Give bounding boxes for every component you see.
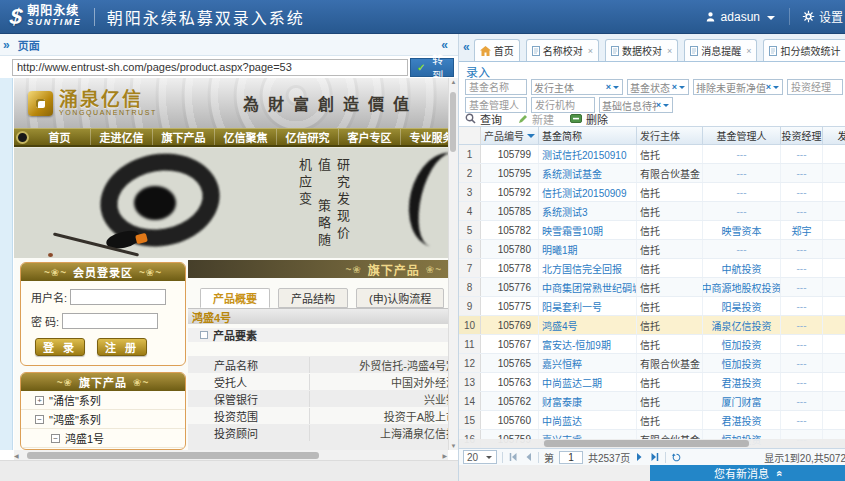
site-nav-item[interactable]: 专业服务 (401, 129, 448, 145)
grid-scroll-thumb[interactable] (544, 440, 749, 447)
table-row[interactable]: 4105785系统测试3信托------中融 (459, 202, 845, 221)
notification-bar[interactable]: 您有新消息 « (650, 465, 845, 481)
detail-tab[interactable]: 产品结构 (278, 288, 348, 308)
link-value[interactable]: 涌泉亿信投资 (712, 318, 772, 333)
table-row[interactable]: 1105799测试信托20150910信托--------- (459, 145, 845, 164)
site-nav-item[interactable]: 亿信研究 (277, 129, 339, 145)
grid-header-产品编号[interactable]: 产品编号 (481, 127, 539, 144)
tree-item[interactable]: −"鸿盛"系列 (21, 410, 185, 429)
username-field[interactable] (70, 289, 166, 305)
next-page-button[interactable] (635, 452, 645, 462)
grid-header-基金简称[interactable]: 基金简称 (539, 127, 637, 144)
filter-combo-基础信息待补[interactable]: 基础信息待补× (599, 97, 673, 113)
link-value[interactable]: 郑宇 (792, 223, 812, 238)
fund-name-link[interactable]: 明曦1期 (542, 242, 578, 257)
login-button[interactable]: 登 录 (35, 338, 85, 356)
refresh-grid-icon[interactable] (671, 452, 682, 463)
detail-tab[interactable]: (申)认购流程 (356, 288, 444, 308)
page-size-select[interactable]: 20 (463, 450, 497, 464)
horizontal-scroll-thumb[interactable] (27, 452, 319, 459)
first-page-button[interactable] (508, 452, 518, 462)
fund-name-link[interactable]: 嘉兴恒粹 (542, 356, 582, 371)
fund-name-link[interactable]: 中尚蓝达 (542, 413, 582, 428)
table-row[interactable]: 3105792信托测试20150909信托--------- (459, 183, 845, 202)
table-row[interactable]: 10105769鸿盛4号信托涌泉亿信投资---外贸 (459, 316, 845, 335)
clear-icon[interactable]: × (672, 82, 677, 92)
close-icon[interactable]: × (667, 46, 672, 56)
expand-icon[interactable]: + (35, 396, 44, 405)
查询-button[interactable]: 查询 (465, 111, 502, 127)
clear-icon[interactable]: × (606, 82, 611, 92)
table-row[interactable]: 13105763中尚蓝达二期信托君湛投资---渤海 (459, 373, 845, 392)
close-icon[interactable]: × (746, 46, 751, 56)
fund-name-link[interactable]: 系统测试3 (542, 204, 588, 219)
table-row[interactable]: 6105780明曦1期信托------山东 (459, 240, 845, 259)
site-nav-item[interactable]: 旗下产品 (153, 129, 215, 145)
table-row[interactable]: 9105775阳昊套利一号信托阳昊投资---北方 (459, 297, 845, 316)
table-row[interactable]: 7105778北方国信完全回报信托中航投资---北方 (459, 259, 845, 278)
webpage-horizontal-scrollbar[interactable]: ◀▶ (14, 450, 448, 460)
detail-tab[interactable]: 产品概要 (200, 288, 270, 308)
table-row[interactable]: 2105795系统测试基金有限合伙基金------瑞融 (459, 164, 845, 183)
go-button[interactable]: ✓转到 (410, 58, 454, 77)
filter-combo-排除未更新净值基金[interactable]: 排除未更新净值基金× (693, 79, 783, 95)
link-value[interactable]: 中航投资 (722, 261, 762, 276)
新建-button[interactable]: 新建 (518, 111, 554, 127)
filter-input-基金名称[interactable] (465, 79, 527, 95)
table-row[interactable]: 11105767富安达-恒加9期信托恒加投资---富安 (459, 335, 845, 354)
scroll-right-icon[interactable]: ▶ (442, 452, 447, 459)
url-input[interactable] (12, 59, 408, 76)
collapse-panel-icon[interactable]: « (441, 38, 448, 52)
vertical-scroll-thumb[interactable] (450, 92, 456, 152)
settings-button[interactable]: 设置 (789, 8, 845, 25)
last-page-button[interactable] (650, 452, 660, 462)
fund-name-link[interactable]: 中尚蓝达二期 (542, 375, 602, 390)
filter-input-投资经理[interactable] (787, 79, 843, 95)
link-value[interactable]: 中商源地股权投资 (703, 280, 781, 295)
table-row[interactable]: 5105782映雪霜雪10期信托映雪资本郑宇山东 (459, 221, 845, 240)
table-row[interactable]: 12105765嘉兴恒粹有限合伙基金恒加投资---恒加 (459, 354, 845, 373)
close-icon[interactable]: × (588, 46, 593, 56)
collapse-icon[interactable]: − (35, 415, 44, 424)
link-value[interactable]: 恒加投资 (722, 356, 762, 371)
link-value[interactable]: 恒加投资 (722, 337, 762, 352)
collapse-tabs-icon[interactable]: « (463, 40, 470, 54)
site-nav-item[interactable]: 走进亿信 (91, 129, 153, 145)
scroll-up-icon[interactable]: ▲ (451, 79, 457, 85)
fund-name-link[interactable]: 富安达-恒加9期 (542, 337, 611, 352)
link-value[interactable]: 阳昊投资 (722, 299, 762, 314)
tab-数据校对[interactable]: 数据校对× (605, 39, 678, 61)
fund-name-link[interactable]: 北方国信完全回报 (542, 261, 622, 276)
table-row[interactable]: 8105776中商集团常熟世纪碉城信托中商源地股权投资---爱建 (459, 278, 845, 297)
filter-combo-发行主体[interactable]: 发行主体× (531, 79, 623, 95)
collapse-icon[interactable]: − (51, 434, 60, 443)
tab-名称校对[interactable]: 名称校对× (526, 39, 599, 61)
checkbox-icon[interactable] (200, 331, 208, 339)
grid-header-投资经理[interactable]: 投资经理 (781, 127, 823, 144)
site-nav-item[interactable]: 客户专区 (339, 129, 401, 145)
scroll-left-icon[interactable]: ◀ (14, 452, 19, 459)
删除-button[interactable]: 删除 (570, 111, 608, 127)
prev-page-button[interactable] (523, 452, 533, 462)
grid-horizontal-scrollbar[interactable] (459, 439, 845, 448)
fund-name-link[interactable]: 中商集团常熟世纪碉城 (542, 280, 637, 295)
fund-name-link[interactable]: 阳昊套利一号 (542, 299, 602, 314)
clear-icon[interactable]: × (656, 100, 661, 110)
link-value[interactable]: 映雪资本 (722, 223, 762, 238)
tab-扣分绩效统计[interactable]: 扣分绩效统计× (763, 39, 845, 61)
table-row[interactable]: 15105760中尚蓝达信托君湛投资---渤海 (459, 411, 845, 430)
filter-combo-基金状态[interactable]: 基金状态× (627, 79, 689, 95)
fund-name-link[interactable]: 财富泰康 (542, 394, 582, 409)
site-nav-item[interactable]: 首页 (29, 129, 91, 145)
fund-name-link[interactable]: 鸿盛4号 (542, 318, 578, 333)
site-nav-item[interactable]: 亿信聚焦 (215, 129, 277, 145)
link-value[interactable]: 君湛投资 (722, 413, 762, 428)
register-button[interactable]: 注 册 (97, 338, 147, 356)
password-field[interactable] (62, 313, 158, 329)
scroll-down-icon[interactable]: ▼ (451, 443, 457, 449)
table-row[interactable]: 14105762财富泰康信托厦门财富---厦门 (459, 392, 845, 411)
fund-name-link[interactable]: 系统测试基金 (542, 166, 602, 181)
expand-left-icon[interactable]: » (3, 38, 10, 52)
user-menu[interactable]: adasun (704, 9, 775, 24)
tree-item[interactable]: −鸿盛1号 (21, 429, 185, 448)
